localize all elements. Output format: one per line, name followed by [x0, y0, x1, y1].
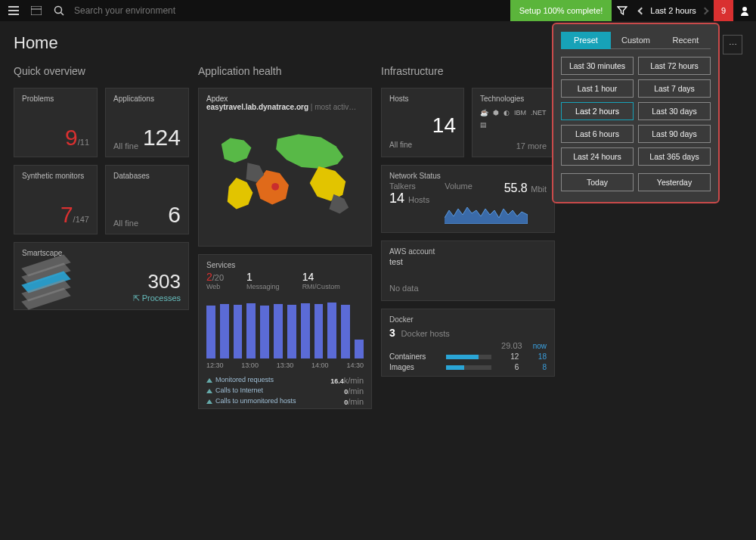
- apdex-card[interactable]: Apdex easytravel.lab.dynatrace.org | mos…: [198, 88, 372, 247]
- setup-banner[interactable]: Setup 100% complete!: [510, 0, 612, 21]
- network-sparkline: [445, 195, 528, 224]
- timeframe-tab-custom[interactable]: Custom: [611, 32, 661, 49]
- more-menu-button[interactable]: ⋯: [723, 35, 742, 54]
- ibm-icon: IBM: [514, 109, 526, 116]
- infra-heading: Infrastructure: [381, 65, 555, 77]
- filter-icon[interactable]: [612, 0, 633, 21]
- timeframe-preset[interactable]: Last 24 hours: [561, 147, 634, 166]
- services-card[interactable]: Services 2/20Web1Messaging14RMI/Custom 1…: [198, 254, 372, 409]
- world-map: [206, 117, 364, 231]
- chevron-left-icon: [638, 7, 646, 14]
- timeframe-preset[interactable]: Last 2 hours: [561, 102, 634, 120]
- problems-label: Problems: [22, 95, 89, 103]
- svg-point-5: [271, 183, 279, 191]
- network-status-card[interactable]: Network Status Talkers 14 Hosts Volume55…: [381, 165, 555, 233]
- nginx-icon: ⬢: [493, 109, 499, 116]
- applications-card[interactable]: Applications All fine 124: [105, 88, 189, 157]
- services-barchart: [206, 298, 364, 358]
- apphealth-heading: Application health: [198, 65, 372, 77]
- tech-icons: ☕⬢◐ IBM.NET▤: [480, 109, 547, 129]
- applications-label: Applications: [113, 95, 181, 103]
- svg-point-4: [742, 7, 747, 11]
- timeframe-preset[interactable]: Last 7 days: [638, 79, 711, 98]
- user-icon[interactable]: [733, 0, 756, 21]
- timeframe-preset[interactable]: Today: [561, 173, 634, 191]
- svg-point-2: [55, 7, 62, 14]
- timeframe-selector[interactable]: Last 2 hours: [633, 0, 714, 21]
- alert-badge[interactable]: 9: [714, 0, 733, 21]
- timeframe-label: Last 2 hours: [650, 6, 696, 15]
- aws-card[interactable]: AWS account test No data: [381, 241, 555, 301]
- dashboard-icon[interactable]: [29, 3, 44, 18]
- timeframe-preset[interactable]: Last 1 hour: [561, 79, 634, 98]
- timeframe-preset[interactable]: Yesterday: [638, 173, 711, 191]
- timeframe-preset[interactable]: Last 6 hours: [561, 125, 634, 143]
- timeframe-preset[interactable]: Last 90 days: [638, 125, 711, 143]
- timeframe-preset[interactable]: Last 72 hours: [638, 57, 711, 75]
- svg-rect-0: [31, 6, 42, 15]
- dotnet-icon: .NET: [531, 109, 547, 116]
- link-icon: ⇱: [133, 293, 140, 303]
- synthetic-card[interactable]: Synthetic monitors 7/147: [14, 165, 98, 234]
- topbar: Setup 100% complete! Last 2 hours 9: [0, 0, 756, 21]
- java-icon: ☕: [480, 109, 488, 116]
- smartscape-icon: [25, 262, 67, 304]
- menu-icon[interactable]: [6, 3, 21, 18]
- docker-card[interactable]: Docker 3 Docker hosts 29.03now Container…: [381, 309, 555, 377]
- timeframe-tab-preset[interactable]: Preset: [561, 32, 611, 49]
- timeframe-popover: PresetCustomRecent Last 30 minutesLast 7…: [552, 23, 720, 203]
- overview-heading: Quick overview: [14, 65, 189, 77]
- services-xaxis: 12:3013:0013:3014:0014:30: [206, 362, 364, 369]
- timeframe-preset[interactable]: Last 30 days: [638, 102, 711, 120]
- technologies-card[interactable]: Technologies ☕⬢◐ IBM.NET▤ 17 more: [472, 88, 555, 157]
- chevron-right-icon: [701, 7, 708, 14]
- smartscape-card[interactable]: Smartscape 303 ⇱ Processes: [14, 242, 189, 310]
- other-icon: ◐: [503, 109, 510, 116]
- problems-card[interactable]: Problems 9/11: [14, 88, 98, 157]
- databases-card[interactable]: Databases All fine 6: [105, 165, 189, 234]
- db-icon: ▤: [480, 121, 487, 129]
- timeframe-preset[interactable]: Last 365 days: [638, 147, 711, 166]
- search-icon[interactable]: [51, 3, 67, 18]
- hosts-card[interactable]: Hosts All fine 14: [381, 88, 464, 157]
- timeframe-preset[interactable]: Last 30 minutes: [561, 57, 634, 75]
- timeframe-tab-recent[interactable]: Recent: [661, 32, 711, 49]
- svg-line-3: [61, 13, 64, 16]
